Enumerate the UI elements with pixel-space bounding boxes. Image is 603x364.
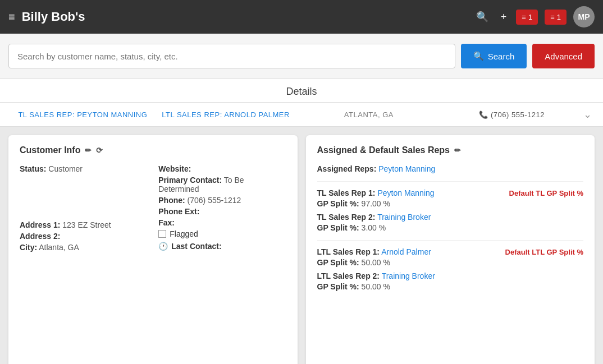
tl-rep2-row: TL Sales Rep 2: Training Broker — [317, 213, 584, 222]
assigned-reps-label: Assigned & Default Sales Reps — [317, 145, 450, 155]
assigned-reps-card: Assigned & Default Sales Reps ✏ Assigned… — [306, 135, 595, 364]
flagged-label: Flagged — [170, 229, 198, 238]
city-bar: ATLANTA, GA — [298, 110, 441, 119]
address2-label: Address 2: — [20, 232, 60, 241]
address1-label: Address 1: — [20, 220, 60, 229]
customer-info-right: Website: Primary Contact: To Be Determin… — [158, 164, 286, 254]
app-title: Billy Bob's — [22, 10, 467, 24]
website-label: Website: — [158, 164, 191, 173]
clock-icon: 🕐 — [158, 242, 168, 251]
badge1-count: 1 — [528, 13, 532, 21]
city-value: Atlanta, GA — [39, 243, 79, 252]
phone-ext-label: Phone Ext: — [158, 207, 199, 216]
tl-reps-group: TL Sales Rep 1: Peyton Manning GP Split … — [317, 181, 584, 232]
badge1-icon: ≡ — [522, 13, 526, 21]
status-value: Customer — [48, 164, 83, 173]
tl-rep2-label: TL Sales Rep 2: — [317, 213, 376, 222]
reps-section: Assigned Reps: Peyton Manning TL Sales R… — [317, 164, 584, 291]
top-nav: ≡ Billy Bob's 🔍 + ≡ 1 ≡ 1 MP — [0, 0, 603, 34]
assigned-reps-title: Assigned & Default Sales Reps ✏ — [317, 145, 584, 155]
tl-rep1-gp-row: GP Split %: 97.00 % — [317, 199, 584, 208]
assigned-reps-value[interactable]: Peyton Manning — [378, 164, 435, 173]
ltl-reps-group: LTL Sales Rep 1: Arnold Palmer GP Split … — [317, 240, 584, 291]
ltl-sales-rep-bar[interactable]: LTL SALES REP: ARNOLD PALMER — [154, 110, 298, 119]
tl-rep1-gp-label: GP Split %: — [317, 199, 359, 208]
phone-row: Phone: (706) 555-1212 — [158, 196, 286, 205]
ltl-rep2-gp-row: GP Split %: 50.00 % — [317, 282, 584, 291]
tl-sales-rep-bar[interactable]: TL SALES REP: PEYTON MANNING — [11, 110, 154, 119]
main-content: Customer Info ✏ ⟳ Status: Customer Addre… — [0, 127, 603, 364]
flagged-row: Flagged — [158, 229, 286, 238]
ltl-rep2-gp-value: 50.00 % — [362, 282, 390, 291]
customer-info-left: Status: Customer Address 1: 123 EZ Stree… — [20, 164, 147, 254]
default-tl-container: Default TL GP Split % — [509, 188, 583, 197]
add-btn[interactable]: + — [498, 8, 510, 26]
advanced-button[interactable]: Advanced — [532, 44, 595, 68]
badge2-icon: ≡ — [550, 13, 555, 21]
ltl-rep2-gp-label: GP Split %: — [317, 282, 359, 291]
search-input[interactable] — [8, 44, 455, 68]
ltl-rep2-name[interactable]: Training Broker — [382, 271, 435, 280]
badge-btn-2[interactable]: ≡ 1 — [545, 10, 567, 25]
edit-icon[interactable]: ✏ — [85, 146, 92, 155]
phone-ext-row: Phone Ext: — [158, 207, 286, 216]
website-row: Website: — [158, 164, 286, 173]
tl-rep2-gp-row: GP Split %: 3.00 % — [317, 223, 584, 232]
avatar-btn[interactable]: MP — [573, 6, 595, 27]
search-button[interactable]: 🔍 Search — [461, 44, 527, 68]
search-area: 🔍 Search Advanced — [0, 34, 603, 79]
history-icon[interactable]: ⟳ — [96, 146, 103, 155]
search-icon-btn[interactable]: 🔍 — [473, 8, 491, 26]
edit-reps-icon[interactable]: ✏ — [454, 146, 461, 155]
tl-rep1-label: TL Sales Rep 1: — [317, 188, 376, 197]
status-label: Status: — [20, 164, 46, 173]
phone-value: (706) 555-1212 — [188, 196, 241, 205]
city-label: City: — [20, 243, 37, 252]
city-row: City: Atlanta, GA — [20, 243, 147, 252]
search-btn-label: Search — [488, 52, 515, 61]
tl-rep2-gp-value: 3.00 % — [362, 223, 386, 232]
ltl-rep1-gp-value: 50.00 % — [362, 258, 390, 267]
badge-btn-1[interactable]: ≡ 1 — [516, 10, 538, 25]
search-btn-icon: 🔍 — [473, 51, 484, 61]
tl-rep1-name[interactable]: Peyton Manning — [377, 188, 434, 197]
flagged-checkbox[interactable] — [158, 230, 166, 238]
details-bar: TL SALES REP: PEYTON MANNING LTL SALES R… — [0, 102, 603, 126]
last-contact-row: 🕐 Last Contact: — [158, 242, 286, 251]
address2-row: Address 2: — [20, 232, 147, 241]
default-ltl-label[interactable]: Default LTL GP Split % — [505, 248, 583, 256]
details-title: Details — [0, 79, 603, 102]
customer-info-label: Customer Info — [20, 145, 80, 155]
fax-label: Fax: — [158, 218, 175, 227]
phone-label: Phone: — [158, 196, 185, 205]
ltl-rep1-label: LTL Sales Rep 1: — [317, 247, 380, 256]
primary-contact-label: Primary Contact: — [158, 176, 222, 185]
address1-value: 123 EZ Street — [62, 220, 111, 229]
fax-row: Fax: — [158, 218, 286, 227]
phone-value: (706) 555-1212 — [491, 110, 545, 119]
ltl-rep2-label: LTL Sales Rep 2: — [317, 271, 380, 280]
tl-rep1-gp-value: 97.00 % — [362, 199, 390, 208]
phone-icon: 📞 — [479, 110, 491, 119]
default-ltl-container: Default LTL GP Split % — [505, 247, 583, 256]
status-row: Status: Customer — [20, 164, 147, 173]
customer-info-card: Customer Info ✏ ⟳ Status: Customer Addre… — [8, 135, 298, 364]
chevron-down-icon[interactable]: ⌄ — [583, 108, 592, 121]
ltl-rep2-row: LTL Sales Rep 2: Training Broker — [317, 271, 584, 280]
ltl-rep1-gp-row: GP Split %: 50.00 % — [317, 258, 584, 267]
phone-bar: 📞 (706) 555-1212 — [440, 110, 583, 119]
default-tl-label[interactable]: Default TL GP Split % — [509, 189, 583, 197]
badge2-count: 1 — [557, 13, 561, 21]
details-section: Details TL SALES REP: PEYTON MANNING LTL… — [0, 79, 603, 127]
assigned-reps-label-text: Assigned Reps: — [317, 164, 377, 173]
last-contact-label: Last Contact: — [171, 242, 221, 251]
address1-row: Address 1: 123 EZ Street — [20, 220, 147, 229]
ltl-rep1-name[interactable]: Arnold Palmer — [381, 247, 431, 256]
ltl-rep1-gp-label: GP Split %: — [317, 258, 359, 267]
customer-info-title: Customer Info ✏ ⟳ — [20, 145, 286, 155]
tl-rep2-gp-label: GP Split %: — [317, 223, 359, 232]
hamburger-icon[interactable]: ≡ — [8, 11, 15, 24]
tl-rep2-name[interactable]: Training Broker — [377, 213, 431, 222]
assigned-reps-row: Assigned Reps: Peyton Manning — [317, 164, 584, 173]
primary-contact-row: Primary Contact: To Be Determined — [158, 176, 286, 193]
